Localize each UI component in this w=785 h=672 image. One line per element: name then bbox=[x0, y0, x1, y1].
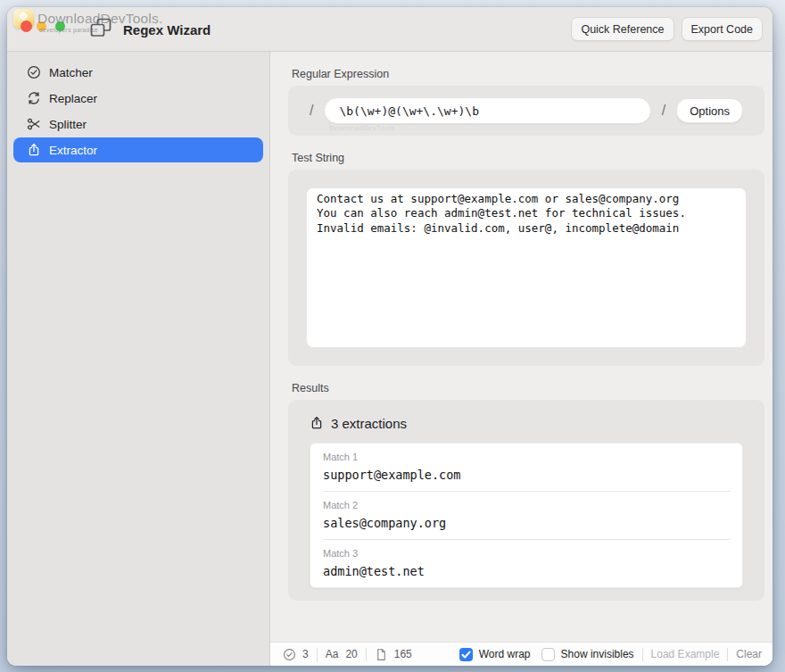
regex-pattern-input[interactable] bbox=[324, 97, 650, 124]
regex-panel: / / Options DownloadDevTools. bbox=[288, 86, 764, 136]
sidebar: Matcher Replacer Splitter Extractor bbox=[7, 52, 270, 666]
font-size-label: Aa bbox=[326, 648, 339, 660]
word-wrap-label[interactable]: Word wrap bbox=[479, 648, 531, 660]
close-traffic-light[interactable] bbox=[21, 21, 32, 32]
share-icon bbox=[310, 416, 324, 430]
clear-button[interactable]: Clear bbox=[736, 648, 762, 660]
statusbar-right: Word wrap Show invisibles Load Example C… bbox=[459, 648, 762, 661]
show-invisibles-label[interactable]: Show invisibles bbox=[561, 648, 634, 660]
status-bar: 3 Aa 20 165 Word wrap Show invisibles Lo… bbox=[270, 642, 773, 666]
check-circle-icon bbox=[27, 65, 41, 79]
test-string-textarea[interactable]: Contact us at support@example.com or sal… bbox=[306, 187, 747, 348]
load-example-button[interactable]: Load Example bbox=[651, 648, 720, 660]
main-panel: Regular Expression / / Options DownloadD… bbox=[270, 52, 773, 666]
titlebar-buttons: Quick Reference Export Code bbox=[571, 17, 763, 41]
divider bbox=[366, 648, 367, 661]
test-string-section-label: Test String bbox=[292, 152, 764, 164]
sidebar-toggle-icon[interactable] bbox=[90, 18, 112, 37]
share-icon bbox=[27, 143, 41, 157]
main-content: Regular Expression / / Options DownloadD… bbox=[270, 52, 773, 642]
match-row: Match 1 support@example.com bbox=[323, 444, 730, 492]
divider bbox=[727, 648, 728, 661]
sidebar-item-matcher[interactable]: Matcher bbox=[13, 60, 263, 85]
char-count: 165 bbox=[394, 648, 412, 660]
divider bbox=[317, 648, 318, 661]
regex-options-button[interactable]: Options bbox=[676, 98, 743, 123]
test-string-section: Test String Contact us at support@exampl… bbox=[288, 152, 764, 366]
sidebar-item-label: Splitter bbox=[49, 118, 87, 131]
app-window: DownloadDevTools. developers paradise Re… bbox=[7, 7, 773, 666]
match-value: admin@test.net bbox=[323, 564, 730, 578]
regex-section: Regular Expression / / Options DownloadD… bbox=[288, 68, 764, 136]
results-section-label: Results bbox=[292, 382, 764, 394]
word-wrap-checkbox[interactable] bbox=[459, 648, 473, 661]
match-row: Match 3 admin@test.net bbox=[323, 540, 730, 587]
sidebar-item-splitter[interactable]: Splitter bbox=[13, 112, 263, 137]
quick-reference-button[interactable]: Quick Reference bbox=[571, 17, 673, 41]
match-row: Match 2 sales@company.org bbox=[323, 492, 730, 540]
watermark-faint: DownloadDevTools. bbox=[329, 124, 397, 132]
window-title: Regex Wizard bbox=[123, 22, 211, 37]
sidebar-item-label: Replacer bbox=[49, 92, 97, 105]
sidebar-item-replacer[interactable]: Replacer bbox=[13, 86, 263, 111]
window-body: Matcher Replacer Splitter Extractor Regu… bbox=[7, 52, 773, 666]
titlebar: DownloadDevTools. developers paradise Re… bbox=[7, 7, 773, 52]
sidebar-item-label: Matcher bbox=[49, 66, 93, 79]
font-size-value: 20 bbox=[345, 648, 357, 660]
extractions-count: 3 extractions bbox=[331, 416, 407, 431]
results-section: Results 3 extractions Match 1 support@ex… bbox=[288, 382, 764, 601]
match-label: Match 2 bbox=[323, 500, 730, 510]
test-string-panel: Contact us at support@example.com or sal… bbox=[288, 170, 764, 366]
results-header: 3 extractions bbox=[310, 412, 743, 434]
sidebar-item-extractor[interactable]: Extractor bbox=[13, 137, 263, 162]
results-card: Match 1 support@example.com Match 2 sale… bbox=[310, 443, 743, 588]
match-value: support@example.com bbox=[323, 468, 730, 482]
match-value: sales@company.org bbox=[323, 516, 730, 530]
refresh-icon bbox=[27, 91, 41, 105]
show-invisibles-checkbox[interactable] bbox=[541, 648, 555, 661]
match-count: 3 bbox=[302, 648, 309, 660]
check-circle-icon bbox=[283, 648, 296, 661]
minimize-traffic-light[interactable] bbox=[37, 21, 46, 31]
regex-close-delimiter: / bbox=[662, 103, 665, 119]
scissors-icon bbox=[27, 117, 41, 131]
regex-open-delimiter: / bbox=[310, 103, 313, 119]
document-icon bbox=[375, 648, 388, 661]
divider bbox=[642, 648, 643, 661]
sidebar-item-label: Extractor bbox=[49, 144, 97, 157]
zoom-traffic-light[interactable] bbox=[55, 21, 65, 31]
regex-section-label: Regular Expression bbox=[292, 68, 764, 80]
results-panel: 3 extractions Match 1 support@example.co… bbox=[288, 400, 764, 601]
match-label: Match 1 bbox=[323, 452, 730, 462]
export-code-button[interactable]: Export Code bbox=[682, 17, 763, 41]
match-label: Match 3 bbox=[323, 548, 730, 559]
